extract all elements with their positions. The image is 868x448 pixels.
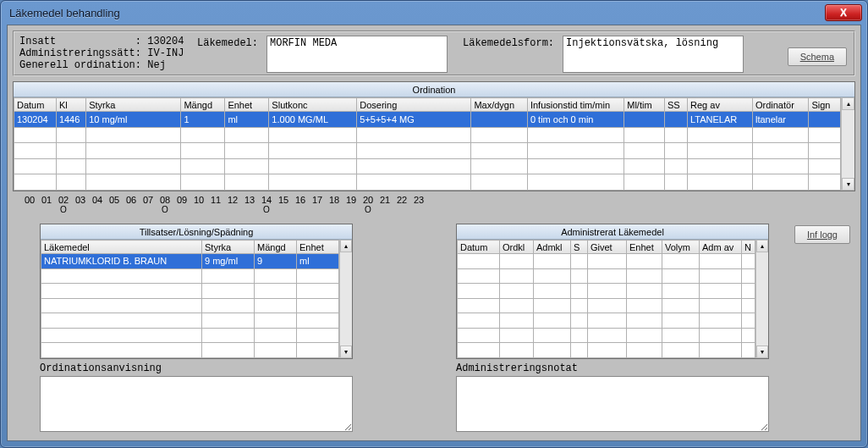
hour-label: 06 xyxy=(123,195,140,205)
cell xyxy=(627,343,662,358)
ord-col-header[interactable]: Ordinatör xyxy=(752,98,809,112)
ord-col-header[interactable]: SS xyxy=(665,98,688,112)
hour-label: 20 xyxy=(360,195,376,205)
cell xyxy=(471,174,528,191)
admin-scrollbar[interactable]: ▴ ▾ xyxy=(755,240,768,358)
cell xyxy=(588,343,627,358)
cell xyxy=(571,284,588,299)
cell xyxy=(571,328,588,343)
ord-col-header[interactable]: Enhet xyxy=(225,98,269,112)
cell xyxy=(297,343,339,358)
table-row[interactable] xyxy=(458,254,755,269)
ord-col-header[interactable]: Max/dygn xyxy=(471,98,528,112)
table-row[interactable] xyxy=(14,158,841,174)
cell xyxy=(500,254,534,269)
cell xyxy=(627,298,662,313)
scroll-down-icon[interactable]: ▾ xyxy=(756,346,768,358)
cell xyxy=(752,143,809,159)
ord-col-header[interactable]: Reg av xyxy=(688,98,753,112)
close-button[interactable]: X xyxy=(825,4,862,21)
ord-col-header[interactable]: Kl xyxy=(56,98,85,112)
table-row[interactable] xyxy=(14,174,841,191)
ord-col-header[interactable]: Mängd xyxy=(181,98,225,112)
cell xyxy=(588,328,627,343)
table-row[interactable] xyxy=(41,343,339,358)
tillsats-scrollbar[interactable]: ▴ ▾ xyxy=(339,240,352,358)
lakemedelsform-input[interactable] xyxy=(563,36,744,73)
info-panel: Insatt : 130204 Administreringssätt: IV-… xyxy=(13,30,855,76)
tillsats-col-header[interactable]: Enhet xyxy=(297,241,339,254)
ord-col-header[interactable]: Dosering xyxy=(357,98,471,112)
table-row[interactable] xyxy=(458,298,755,313)
hour-label: 11 xyxy=(207,195,224,205)
table-row[interactable] xyxy=(41,268,339,284)
scroll-up-icon[interactable]: ▴ xyxy=(756,240,768,252)
table-row[interactable]: NATRIUMKLORID B. BRAUN9 mg/ml9ml xyxy=(41,254,339,269)
table-row[interactable] xyxy=(458,313,755,329)
admin-col-header[interactable]: Givet xyxy=(588,241,627,254)
admin-col-header[interactable]: Volym xyxy=(662,241,700,254)
cell xyxy=(458,328,500,343)
scroll-up-icon[interactable]: ▴ xyxy=(842,97,854,110)
admin-col-header[interactable]: S xyxy=(571,241,588,254)
table-row[interactable] xyxy=(458,268,755,284)
cell xyxy=(534,254,571,269)
table-row[interactable] xyxy=(458,343,755,358)
ordination-scrollbar[interactable]: ▴ ▾ xyxy=(841,97,854,191)
table-row[interactable] xyxy=(41,284,339,299)
ordination-title: Ordination xyxy=(14,82,854,97)
ord-col-header[interactable]: Slutkonc xyxy=(269,98,357,112)
table-row[interactable] xyxy=(14,127,841,143)
adm-notat-input[interactable] xyxy=(456,376,769,432)
cell xyxy=(588,268,627,284)
scroll-down-icon[interactable]: ▾ xyxy=(340,346,352,358)
cell: 1 xyxy=(181,112,225,128)
window-frame: Läkemedel behandling X Insatt : 130204 A… xyxy=(0,0,868,448)
cell xyxy=(809,158,841,174)
admin-col-header[interactable]: N xyxy=(742,241,755,254)
scroll-down-icon[interactable]: ▾ xyxy=(842,178,854,191)
ordination-grid[interactable]: DatumKlStyrkaMängdEnhetSlutkoncDoseringM… xyxy=(14,97,841,191)
table-row[interactable] xyxy=(41,298,339,313)
lakemedel-input[interactable] xyxy=(266,36,448,73)
tillsats-col-header[interactable]: Mängd xyxy=(255,241,297,254)
cell xyxy=(571,268,588,284)
cell xyxy=(297,328,339,343)
ord-col-header[interactable]: Ml/tim xyxy=(624,98,665,112)
table-row[interactable]: 130204144610 mg/ml1ml1.000 MG/ML5+5+5+4 … xyxy=(14,112,841,128)
ord-col-header[interactable]: Infusionstid tim/min xyxy=(527,98,624,112)
cell xyxy=(588,254,627,269)
hour-label: 07 xyxy=(140,195,157,205)
table-row[interactable] xyxy=(458,284,755,299)
inf-logg-button[interactable]: Inf logg xyxy=(794,225,850,244)
table-row[interactable] xyxy=(14,143,841,159)
titlebar[interactable]: Läkemedel behandling X xyxy=(1,1,867,25)
tillsats-col-header[interactable]: Läkemedel xyxy=(41,241,202,254)
ord-col-header[interactable]: Datum xyxy=(14,98,57,112)
cell xyxy=(181,127,225,143)
hour-label: 23 xyxy=(410,195,427,205)
cell xyxy=(181,143,225,159)
cell xyxy=(665,174,688,191)
lakemedel-label: Läkemedel: xyxy=(197,36,258,49)
admin-col-header[interactable]: Datum xyxy=(458,241,500,254)
cell xyxy=(588,313,627,329)
admin-grid[interactable]: DatumOrdklAdmklSGivetEnhetVolymAdm avN xyxy=(457,240,755,358)
scroll-up-icon[interactable]: ▴ xyxy=(340,240,352,252)
cell xyxy=(662,298,700,313)
hour-label: 00 xyxy=(21,195,38,205)
admin-col-header[interactable]: Adm av xyxy=(700,241,742,254)
admin-col-header[interactable]: Enhet xyxy=(627,241,662,254)
schema-button[interactable]: Schema xyxy=(788,47,847,66)
tillsats-col-header[interactable]: Styrka xyxy=(202,241,255,254)
table-row[interactable] xyxy=(458,328,755,343)
admin-col-header[interactable]: Admkl xyxy=(534,241,571,254)
ord-col-header[interactable]: Sign xyxy=(809,98,841,112)
ord-anvisning-input[interactable] xyxy=(40,376,353,432)
cell: NATRIUMKLORID B. BRAUN xyxy=(41,254,202,269)
admin-col-header[interactable]: Ordkl xyxy=(500,241,534,254)
table-row[interactable] xyxy=(41,328,339,343)
tillsats-grid[interactable]: LäkemedelStyrkaMängdEnhet NATRIUMKLORID … xyxy=(41,240,339,358)
table-row[interactable] xyxy=(41,313,339,329)
ord-col-header[interactable]: Styrka xyxy=(86,98,181,112)
